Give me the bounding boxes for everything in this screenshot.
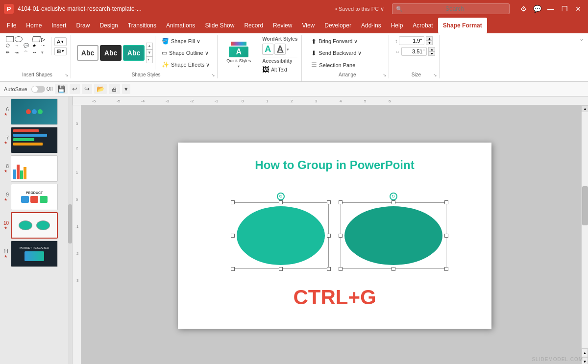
slide-thumb-7[interactable] [11,127,58,153]
menu-review[interactable]: Review [268,18,297,33]
width-up-btn[interactable]: ▲ [428,47,435,51]
triangle-shape[interactable]: ▷ [41,36,49,42]
open-btn[interactable]: 📂 [94,84,107,94]
menu-file[interactable]: File [2,18,21,33]
slide-thumb-10[interactable] [11,212,58,239]
selection-pane-btn[interactable]: ☰ Selection Pane [308,60,385,70]
pentagon-shape[interactable]: ⬠ [6,43,14,49]
rect-shape[interactable] [6,36,14,42]
shape-outline-btn[interactable]: ▭ Shape Outline ∨ [158,48,213,58]
style-box-teal[interactable]: Abc [123,45,145,61]
handle-tl-right[interactable] [339,200,343,204]
saved-status[interactable]: • Saved to this PC ∨ [335,6,384,12]
menu-view[interactable]: View [297,18,319,33]
arrow-shape[interactable]: → [15,43,23,49]
wordart-dd[interactable]: ▾ [287,47,289,52]
shape-fill-btn[interactable]: 🪣 Shape Fill ∨ [158,36,213,46]
slide-item-6[interactable]: 6 ★ [2,98,70,125]
slide-item-8[interactable]: 8 ★ [2,155,70,182]
callout-shape[interactable]: 💬 [24,43,31,49]
slide-item-10[interactable]: 10 ★ [2,212,70,239]
canvas-scrollbar-v[interactable]: ▲ ▼ [581,105,588,364]
handle-middle-right-right[interactable] [444,234,448,238]
wordart-underline-btn[interactable]: A [274,44,286,55]
arrange-btn[interactable]: ⊞ ▾ [54,47,67,55]
connector-shape[interactable]: ⌒ [24,50,31,56]
scroll-up-btn[interactable]: ▲ [582,105,588,112]
insert-shapes-expand[interactable]: ↘ [65,73,69,77]
right-rotate-handle[interactable]: ↻ [390,193,397,200]
ribbon-collapse-icon[interactable]: ⌄ [579,35,584,42]
menu-addins[interactable]: Add-ins [356,18,386,33]
slide-item-7[interactable]: 7 ★ [2,127,70,153]
bring-forward-btn[interactable]: ⬆ Bring Forward ∨ [308,36,385,47]
menu-record[interactable]: Record [239,18,268,33]
autosave-toggle[interactable]: Off [31,86,53,93]
undo-btn[interactable]: ↩ [70,84,80,94]
more-shapes[interactable]: ⋯ [41,43,49,49]
handle-br-right[interactable] [444,267,448,271]
star-shape[interactable]: ★ [32,43,40,49]
alt-text-btn[interactable]: 🖼 Alt Text [262,66,297,73]
parallelogram-shape[interactable] [32,36,41,42]
comments-btn[interactable]: 💬 [531,3,543,15]
curve-shape[interactable]: ↝ [15,50,23,56]
ellipse-shape[interactable] [15,36,23,42]
restore-btn[interactable]: ❐ [559,3,570,15]
handle-tr-right[interactable] [444,200,448,204]
style-box-dark[interactable]: Abc [100,45,122,61]
arrange-expand[interactable]: ↘ [383,73,387,77]
handle-tl-left[interactable] [231,200,235,204]
handle-top-center-left[interactable] [279,200,283,204]
wordart-a-btn[interactable]: A [262,44,273,55]
styles-scroll-btns[interactable]: ▲ ▼ ▾ [146,43,153,63]
menu-insert[interactable]: Insert [47,18,71,33]
handle-br-left[interactable] [327,267,331,271]
slide-thumb-8[interactable] [11,155,58,182]
menu-acrobat[interactable]: Acrobat [408,18,438,33]
handle-bl-left[interactable] [231,267,235,271]
handle-middle-right-left[interactable] [327,234,331,238]
slide-item-9[interactable]: 9 ★ PRODUCT [2,184,70,210]
more-qat-btn[interactable]: ▾ [122,84,130,94]
slide-thumb-11[interactable]: MARKET RESEARCH [11,241,58,267]
style-box-light[interactable]: Abc [77,45,98,61]
menu-animations[interactable]: Animations [161,18,200,33]
print-btn[interactable]: 🖨 [109,84,120,94]
slide-panel-scroll-thumb[interactable] [68,204,72,243]
slide-thumb-9[interactable]: PRODUCT [11,184,58,210]
double-arrow[interactable]: ↔ [32,50,40,56]
slide-thumb-6[interactable] [11,98,58,125]
menu-slideshow[interactable]: Slide Show [200,18,239,33]
menu-transitions[interactable]: Transitions [123,18,161,33]
handle-top-center-right[interactable] [392,200,395,204]
settings-icon-btn[interactable]: ⚙ [517,3,529,15]
shape-effects-btn[interactable]: ✨ Shape Effects ∨ [158,60,213,70]
scroll-r-up-btn[interactable]: ▲ [582,348,588,357]
left-rotate-handle[interactable]: ↻ [277,193,285,200]
handle-bottom-center-right[interactable] [392,267,395,271]
right-shape-container[interactable]: ↻ [344,206,442,265]
height-up-btn[interactable]: ▲ [426,36,433,41]
freeform-shape[interactable]: ✏ [6,50,14,56]
close-btn[interactable]: ✕ [572,3,584,15]
save-btn[interactable]: 💾 [55,84,68,94]
line-shape[interactable] [24,36,31,42]
menu-home[interactable]: Home [21,18,47,33]
slide-panel-scrollbar[interactable] [68,97,72,364]
width-input[interactable] [401,47,427,56]
menu-draw[interactable]: Draw [71,18,95,33]
shapes-expand[interactable]: ▾ [41,50,49,56]
minimize-btn[interactable]: — [545,3,557,15]
width-down-btn[interactable]: ▼ [428,51,435,56]
menu-help[interactable]: Help [386,18,408,33]
handle-bottom-center-left[interactable] [279,267,283,271]
height-down-btn[interactable]: ▼ [426,41,433,45]
handle-middle-left-left[interactable] [231,234,235,238]
toggle-track[interactable] [31,86,45,93]
size-expand[interactable]: ↘ [433,73,437,77]
edit-text-btn[interactable]: A ▾ [54,37,67,46]
slide-item-11[interactable]: 11 ★ MARKET RESEARCH [2,241,70,267]
handle-tr-left[interactable] [327,200,331,204]
quick-styles-btn[interactable]: A Quick Styles ▾ [223,40,254,71]
